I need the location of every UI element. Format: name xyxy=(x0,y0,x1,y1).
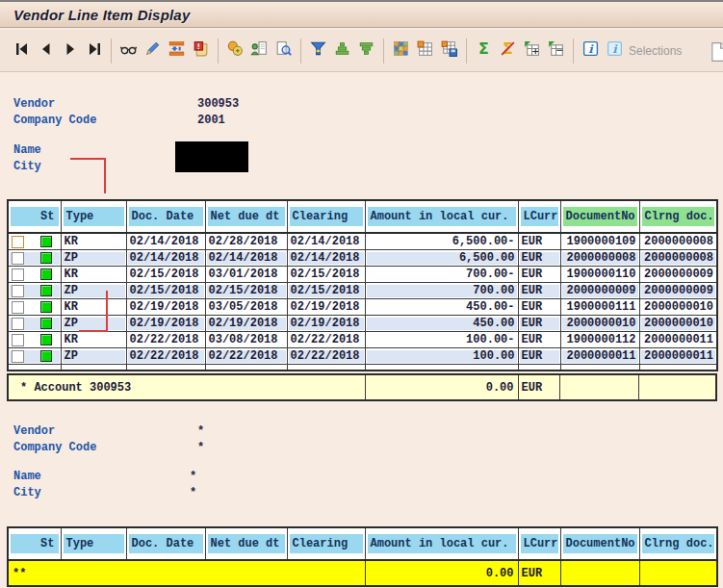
coins-icon xyxy=(226,39,245,62)
person-document-icon xyxy=(250,39,269,62)
row-select-checkbox[interactable] xyxy=(12,252,24,265)
application-toolbar: ! Σ Σ + − i i Selections xyxy=(0,30,723,72)
table-header-row: St Type Doc. Date Net due dt Clearing Am… xyxy=(8,527,717,560)
table-row: KR 02/14/2018 02/28/2018 02/14/2018 6,50… xyxy=(8,233,717,250)
grand-total-grid: St Type Doc. Date Net due dt Clearing Am… xyxy=(7,526,718,587)
column-header-type[interactable]: Type xyxy=(61,200,126,233)
toolbar-separator xyxy=(383,38,384,64)
table-row: ZP 02/22/2018 02/22/2018 02/22/2018 100.… xyxy=(8,348,717,365)
new-page-icon[interactable] xyxy=(710,41,723,66)
status-green-icon xyxy=(40,285,52,296)
info-icon: i xyxy=(581,39,600,62)
grid-save-icon xyxy=(440,39,458,62)
selections-info-icon: i xyxy=(606,39,624,62)
row-select-checkbox[interactable] xyxy=(12,301,24,314)
city-label-total: City xyxy=(13,486,41,499)
change-button[interactable] xyxy=(141,38,165,64)
column-header-net-due[interactable]: Net due dt xyxy=(205,527,287,560)
column-header-lcurr[interactable]: LCurr xyxy=(518,200,560,233)
row-select-checkbox[interactable] xyxy=(12,285,24,297)
column-header-lcurr[interactable]: LCurr xyxy=(518,527,560,560)
row-select-checkbox[interactable] xyxy=(12,268,24,281)
table-row: ZP 02/19/2018 02/19/2018 02/19/2018 450.… xyxy=(8,316,717,332)
column-header-clrng-doc[interactable]: Clrng doc. xyxy=(639,527,717,560)
account-summary-empty-cell xyxy=(559,374,638,400)
choose-layout-button[interactable] xyxy=(165,38,189,64)
toolbar-separator xyxy=(111,38,112,64)
previous-page-icon xyxy=(38,40,55,62)
previous-page-button[interactable] xyxy=(34,38,58,64)
table-header-row: St Type Doc. Date Net due dt Clearing Am… xyxy=(8,200,717,233)
column-header-clearing[interactable]: Clearing xyxy=(287,527,365,560)
account-summary-currency: EUR xyxy=(518,374,559,400)
grand-total-empty-cell xyxy=(639,560,717,586)
display-button[interactable] xyxy=(116,38,141,64)
row-select-checkbox[interactable] xyxy=(12,334,24,346)
grid-cell-icon xyxy=(416,39,434,62)
name-label: Name xyxy=(13,143,41,157)
first-page-button[interactable] xyxy=(10,38,34,64)
set-filter-button[interactable] xyxy=(306,38,330,64)
vendor-master-button[interactable] xyxy=(247,38,271,64)
toolbar-separator xyxy=(573,38,574,64)
status-green-icon xyxy=(40,350,52,362)
column-header-clearing[interactable]: Clearing xyxy=(287,200,365,233)
column-header-doc-date[interactable]: Doc. Date xyxy=(126,200,205,233)
account-summary-empty-cell xyxy=(638,374,716,400)
vendor-label: Vendor xyxy=(13,97,55,111)
column-header-type[interactable]: Type xyxy=(61,527,126,560)
choose-views-button[interactable] xyxy=(389,38,413,64)
column-header-doc-date[interactable]: Doc. Date xyxy=(126,527,205,560)
column-header-clrng-doc[interactable]: Clrng doc. xyxy=(639,200,717,233)
red-annotation-bracket-bottom xyxy=(79,291,108,332)
sort-descending-icon xyxy=(357,39,375,62)
city-label: City xyxy=(13,160,41,173)
status-green-icon xyxy=(40,268,52,280)
row-select-checkbox[interactable] xyxy=(12,318,24,330)
expand-details-button[interactable]: + xyxy=(520,38,544,64)
line-item-grid: St Type Doc. Date Net due dt Clearing Am… xyxy=(7,199,718,371)
grand-total-label: ** xyxy=(8,560,365,586)
glasses-icon xyxy=(119,39,138,62)
subtotal-button[interactable]: Σ xyxy=(496,38,520,64)
last-page-button[interactable] xyxy=(82,38,106,64)
selections-label: Selections xyxy=(629,44,682,58)
column-header-amount[interactable]: Amount in local cur. xyxy=(365,527,518,560)
info-button[interactable]: i xyxy=(579,38,603,64)
dunning-notice-button[interactable]: ! xyxy=(189,38,213,64)
color-grid-icon xyxy=(392,39,410,62)
company-code-value: 2001 xyxy=(197,114,225,127)
column-header-net-due[interactable]: Net due dt xyxy=(205,200,287,233)
save-layout-button[interactable] xyxy=(437,38,461,64)
currency-button[interactable] xyxy=(223,38,247,64)
total-button[interactable]: Σ xyxy=(472,38,496,64)
sort-descending-button[interactable] xyxy=(354,38,378,64)
grand-total-row: ** 0.00 EUR xyxy=(8,560,717,586)
table-row: KR 02/19/2018 03/05/2018 02/19/2018 450.… xyxy=(8,299,717,316)
row-select-checkbox[interactable] xyxy=(12,236,24,248)
column-header-amount[interactable]: Amount in local cur. xyxy=(365,200,518,233)
column-header-documentno[interactable]: DocumentNo xyxy=(560,527,639,560)
expand-icon: + xyxy=(523,39,541,62)
collapse-icon: − xyxy=(547,39,565,62)
toolbar-separator xyxy=(300,38,301,64)
svg-text:+: + xyxy=(531,45,539,56)
collapse-details-button[interactable]: − xyxy=(544,38,568,64)
status-green-icon xyxy=(40,318,52,329)
title-bar: Vendor Line Item Display xyxy=(0,0,723,28)
account-summary-label: * Account 300953 xyxy=(8,374,365,400)
company-code-value-total: * xyxy=(197,441,204,454)
selections-button[interactable]: i xyxy=(603,38,627,64)
column-header-st[interactable]: St xyxy=(8,527,61,560)
svg-text:Σ: Σ xyxy=(478,39,489,58)
display-document-button[interactable] xyxy=(271,38,296,64)
row-select-checkbox[interactable] xyxy=(12,350,24,363)
column-header-documentno[interactable]: DocumentNo xyxy=(560,200,639,233)
layout-grid-icon xyxy=(168,39,186,62)
table-row: ZP 02/15/2018 02/15/2018 02/15/2018 700.… xyxy=(8,283,717,299)
page-title: Vendor Line Item Display xyxy=(13,7,190,23)
next-page-button[interactable] xyxy=(58,38,82,64)
column-header-st[interactable]: St xyxy=(8,200,61,233)
sort-ascending-button[interactable] xyxy=(330,38,354,64)
change-layout-button[interactable] xyxy=(413,38,437,64)
